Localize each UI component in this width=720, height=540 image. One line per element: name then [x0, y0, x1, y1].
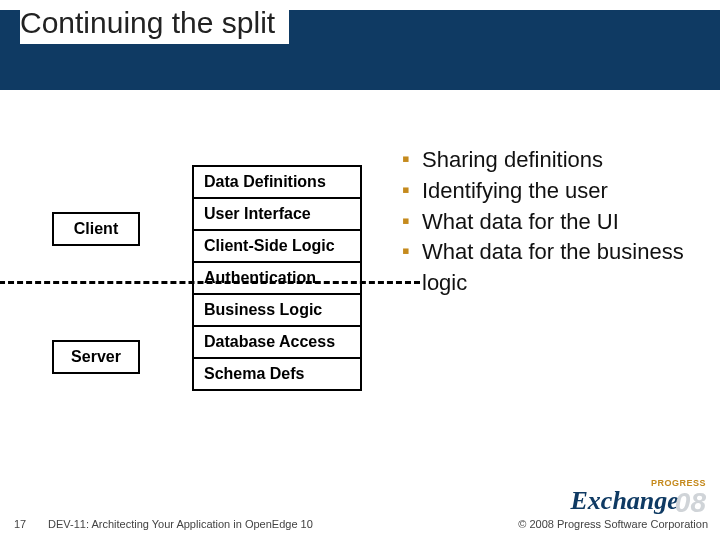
- server-box: Server: [52, 340, 140, 374]
- slide-title: Continuing the split: [20, 4, 289, 44]
- layer-database-access: Database Access: [192, 325, 362, 357]
- exchange-logo: PROGRESS Exchange08: [571, 478, 707, 516]
- bullet-item: What data for the UI: [402, 207, 700, 238]
- bullet-item: Sharing definitions: [402, 145, 700, 176]
- footer-copyright: © 2008 Progress Software Corporation: [518, 518, 708, 530]
- layer-data-definitions: Data Definitions: [192, 165, 362, 197]
- footer-session-title: DEV-11: Architecting Your Application in…: [48, 518, 313, 530]
- logo-year: 08: [675, 487, 706, 518]
- title-band: Continuing the split: [0, 0, 720, 90]
- bullet-item: Identifying the user: [402, 176, 700, 207]
- page-number: 17: [14, 518, 26, 530]
- bullet-item: What data for the business logic: [402, 237, 700, 299]
- client-box: Client: [52, 212, 140, 246]
- layer-authentication: Authentication: [192, 261, 362, 293]
- bullet-column: Sharing definitions Identifying the user…: [402, 145, 700, 299]
- layer-business-logic: Business Logic: [192, 293, 362, 325]
- layer-client-side-logic: Client-Side Logic: [192, 229, 362, 261]
- layer-schema-defs: Schema Defs: [192, 357, 362, 391]
- layer-stack: Data Definitions User Interface Client-S…: [192, 165, 362, 391]
- bullet-list: Sharing definitions Identifying the user…: [402, 145, 700, 299]
- logo-exchange-text: Exchange: [571, 486, 679, 515]
- layer-user-interface: User Interface: [192, 197, 362, 229]
